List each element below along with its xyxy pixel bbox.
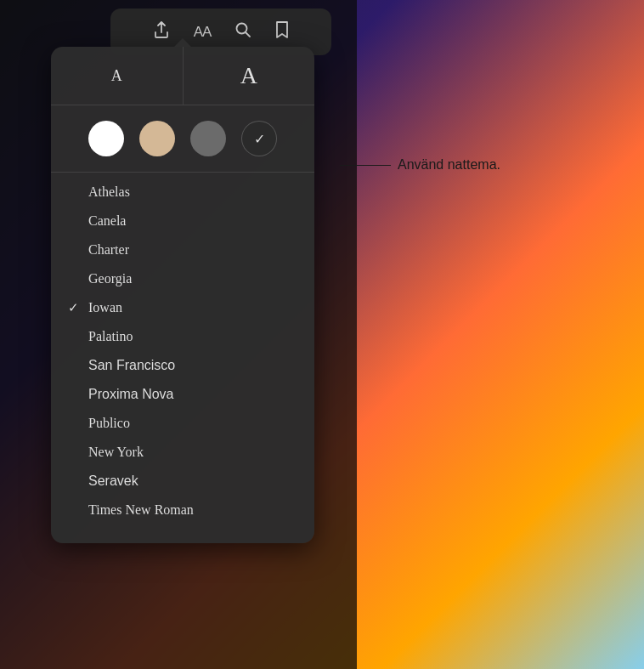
- search-icon[interactable]: [234, 21, 251, 43]
- font-item-canela[interactable]: Canela: [51, 207, 314, 235]
- large-a-label: A: [240, 62, 257, 89]
- font-item-iowan[interactable]: Iowan: [51, 293, 314, 322]
- font-item-san-francisco[interactable]: San Francisco: [51, 351, 314, 380]
- theme-gray-button[interactable]: [190, 121, 226, 156]
- font-item-proxima-nova[interactable]: Proxima Nova: [51, 380, 314, 409]
- theme-sepia-button[interactable]: [139, 121, 175, 156]
- increase-font-button[interactable]: A: [184, 47, 315, 105]
- theme-white-button[interactable]: [88, 121, 124, 156]
- svg-point-0: [237, 24, 247, 34]
- callout-line: [340, 165, 391, 166]
- font-panel: A A ✓ Athelas Canela Charter Georgia Iow…: [51, 47, 314, 543]
- small-a-label: A: [111, 67, 122, 85]
- font-size-row: A A: [51, 47, 314, 105]
- share-icon[interactable]: [153, 20, 170, 43]
- decrease-font-button[interactable]: A: [51, 47, 184, 105]
- font-item-palatino[interactable]: Palatino: [51, 322, 314, 351]
- font-item-charter[interactable]: Charter: [51, 235, 314, 264]
- font-size-icon[interactable]: AA: [194, 24, 212, 41]
- callout-text: Använd nattema.: [398, 157, 500, 173]
- font-item-seravek[interactable]: Seravek: [51, 467, 314, 496]
- theme-row: ✓: [51, 105, 314, 173]
- theme-dark-button[interactable]: ✓: [241, 121, 277, 156]
- font-item-publico[interactable]: Publico: [51, 409, 314, 438]
- bookmark-icon[interactable]: [275, 20, 289, 43]
- font-item-athelas[interactable]: Athelas: [51, 178, 314, 207]
- font-item-new-york[interactable]: New York: [51, 438, 314, 467]
- callout: Använd nattema.: [340, 157, 500, 173]
- font-list: Athelas Canela Charter Georgia Iowan Pal…: [51, 173, 314, 530]
- font-item-times-new-roman[interactable]: Times New Roman: [51, 496, 314, 524]
- font-item-georgia[interactable]: Georgia: [51, 264, 314, 293]
- svg-line-1: [246, 33, 251, 37]
